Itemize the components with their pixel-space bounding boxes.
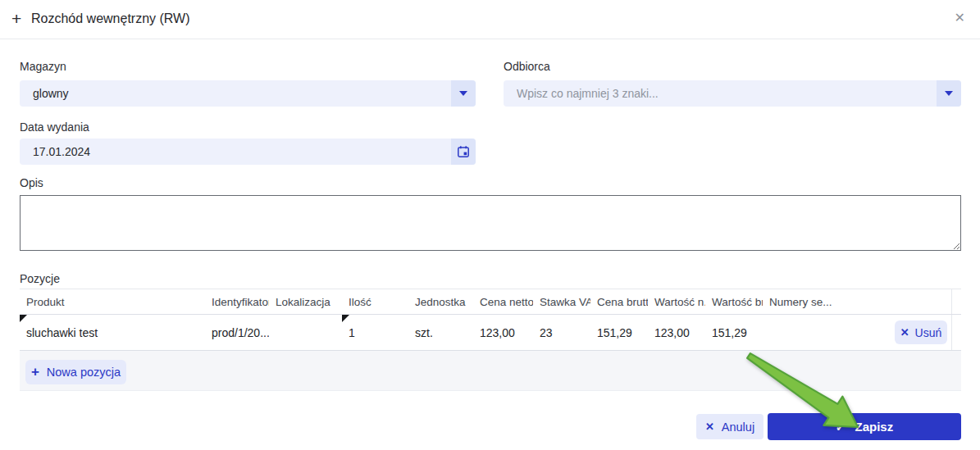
cell-cena-brutto-value: 151,29	[597, 326, 632, 339]
table-header-row: Produkt Identyfikator Lokalizacja Ilość …	[20, 289, 961, 315]
column-header-numery-seryjne: Numery se...	[763, 289, 890, 314]
cell-identyfikator[interactable]: prod/1/20...	[205, 315, 269, 350]
data-wydania-field[interactable]: 17.01.2024	[20, 139, 476, 165]
data-wydania-value: 17.01.2024	[20, 145, 451, 158]
cell-wartosc-netto-value: 123,00	[654, 326, 690, 339]
table-row: sluchawki test prod/1/20... 1 szt. 123,0…	[20, 315, 961, 351]
cancel-label: Anuluj	[722, 420, 754, 434]
pozycje-table: Produkt Identyfikator Lokalizacja Ilość …	[20, 289, 961, 391]
save-button[interactable]: ✓ Zapisz	[768, 413, 961, 440]
opis-label: Opis	[20, 176, 43, 189]
x-icon: ✕	[900, 327, 909, 338]
cell-actions: ✕ Usuń	[890, 315, 951, 350]
cell-identyfikator-value: prod/1/20...	[212, 326, 269, 339]
column-header-produkt: Produkt	[20, 289, 205, 314]
cell-stawka-vat[interactable]: 23	[533, 315, 590, 350]
save-label: Zapisz	[855, 420, 894, 434]
magazyn-select[interactable]: glowny	[20, 80, 476, 107]
column-header-cena-netto: Cena netto	[473, 289, 533, 314]
table-scrollbar-spacer	[951, 289, 961, 314]
cancel-button[interactable]: ✕ Anuluj	[696, 414, 763, 439]
table-footer: + Nowa pozycja	[20, 351, 961, 391]
plus-icon: +	[31, 365, 39, 379]
column-header-cena-brutto: Cena brutto	[590, 289, 648, 314]
column-header-wartosc-netto: Wartość n...	[648, 289, 705, 314]
magazyn-label: Magazyn	[20, 60, 66, 73]
column-header-ilosc: Ilość	[342, 289, 408, 314]
calendar-button[interactable]	[451, 139, 476, 165]
column-header-wartosc-brutto: Wartość br...	[705, 289, 763, 314]
odbiorca-input[interactable]	[504, 86, 937, 101]
cell-produkt[interactable]: sluchawki test	[20, 315, 205, 350]
cell-edit-marker	[342, 315, 349, 322]
column-header-stawka-vat: Stawka VAT	[533, 289, 590, 314]
odbiorca-dropdown-button[interactable]	[937, 80, 961, 107]
add-position-button[interactable]: + Nowa pozycja	[25, 360, 126, 384]
magazyn-value: glowny	[20, 87, 451, 100]
data-wydania-label: Data wydania	[20, 120, 89, 134]
cell-edit-marker	[20, 315, 27, 322]
cell-cena-netto-value: 123,00	[480, 326, 515, 339]
add-position-label: Nowa pozycja	[47, 366, 121, 379]
check-icon: ✓	[836, 421, 846, 433]
column-header-jednostka: Jednostka	[408, 289, 473, 314]
calendar-icon	[457, 145, 470, 158]
cell-cena-brutto[interactable]: 151,29	[590, 315, 648, 350]
cell-cena-netto[interactable]: 123,00	[473, 315, 533, 350]
modal-title: Rozchód wewnętrzny (RW)	[31, 11, 190, 26]
delete-row-button[interactable]: ✕ Usuń	[895, 320, 947, 344]
x-icon: ✕	[705, 421, 714, 432]
cell-ilosc-value: 1	[349, 326, 355, 339]
delete-row-label: Usuń	[915, 326, 942, 339]
cell-wartosc-brutto-value: 151,29	[712, 326, 747, 339]
table-scrollbar-spacer	[951, 315, 961, 350]
opis-textarea[interactable]	[20, 195, 961, 251]
column-header-lokalizacja: Lokalizacja	[269, 289, 342, 314]
magazyn-dropdown-button[interactable]	[451, 80, 476, 107]
plus-icon: +	[11, 9, 21, 29]
column-header-actions	[890, 289, 951, 314]
cell-wartosc-brutto[interactable]: 151,29	[705, 315, 763, 350]
modal-header: + Rozchód wewnętrzny (RW) ✕	[0, 0, 980, 39]
chevron-down-icon	[945, 91, 953, 96]
cell-jednostka-value: szt.	[415, 326, 433, 339]
close-icon[interactable]: ✕	[955, 10, 965, 26]
odbiorca-combobox[interactable]	[504, 80, 961, 107]
odbiorca-label: Odbiorca	[504, 60, 550, 73]
cell-wartosc-netto[interactable]: 123,00	[648, 315, 705, 350]
cell-ilosc[interactable]: 1	[342, 315, 408, 350]
chevron-down-icon	[459, 91, 467, 96]
cell-lokalizacja[interactable]	[269, 315, 342, 350]
column-header-identyfikator: Identyfikator	[205, 289, 269, 314]
cell-produkt-value: sluchawki test	[26, 326, 98, 339]
cell-jednostka[interactable]: szt.	[408, 315, 473, 350]
cell-stawka-vat-value: 23	[540, 326, 553, 339]
cell-numery-seryjne[interactable]	[763, 315, 890, 350]
pozycje-label: Pozycje	[20, 272, 60, 285]
